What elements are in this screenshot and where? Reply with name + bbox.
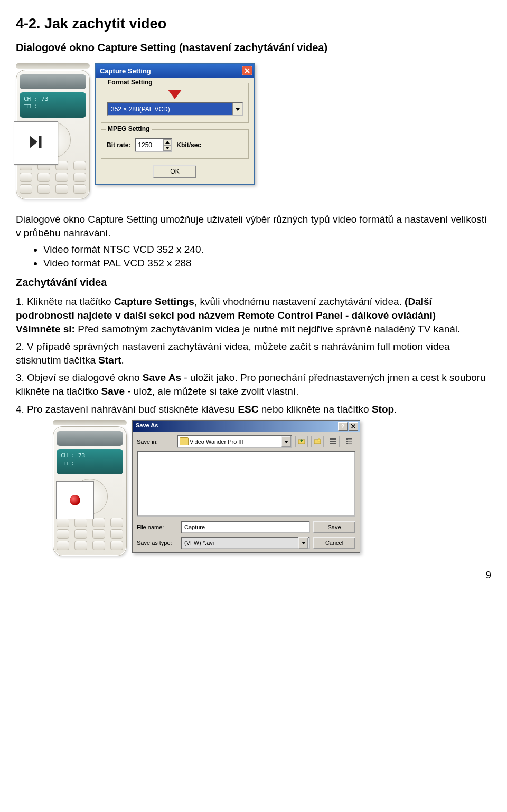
savein-select[interactable]: Video Wander Pro III [177,435,292,448]
details-icon [346,438,352,445]
remote-button[interactable] [92,518,105,527]
format-setting-group: Format Setting 352 × 288(PAL VCD) [101,83,249,123]
type-label: Save as type: [137,540,178,546]
chevron-down-icon [302,542,306,544]
remote-button[interactable] [55,173,68,182]
svg-rect-4 [330,441,336,442]
help-button[interactable]: ? [338,422,348,431]
file-list[interactable] [137,451,355,517]
svg-rect-11 [348,443,352,444]
figure-row-1: CH : 73 □□ : [16,63,491,199]
chevron-up-icon [165,141,170,144]
detail-view-button[interactable] [343,436,355,447]
step-1: 1. Klikněte na tlačítko Capture Settings… [16,295,491,336]
close-icon [351,423,355,429]
group-legend: MPEG Setting [106,125,152,132]
remote-button[interactable] [73,173,86,182]
new-folder-button[interactable] [311,436,324,447]
svg-rect-9 [348,441,352,442]
format-select[interactable]: 352 × 288(PAL VCD) [107,102,243,116]
figure-row-2: CH : 73 □□ : [53,420,491,556]
dropdown-button[interactable] [232,103,242,115]
dropdown-button[interactable] [298,537,308,549]
callout-record-icon [56,481,94,519]
bitrate-label: Bit rate: [107,141,130,149]
help-icon: ? [341,424,344,429]
remote-button[interactable] [37,184,50,194]
filename-field[interactable]: Capture [181,521,310,533]
list-item: Video formát PAL VCD 352 x 288 [43,257,491,269]
remote-button[interactable] [37,173,50,182]
type-select[interactable]: (VFW) *.avi [181,537,310,549]
remote-button[interactable] [73,161,86,170]
remote-button[interactable] [110,529,123,539]
close-button[interactable] [242,66,252,75]
remote-lcd: CH : 73 □□ : [20,92,86,118]
up-folder-button[interactable] [295,436,308,447]
filename-label: File name: [137,524,178,530]
step-2: 2. V případě správných nastavení zachytá… [16,340,491,367]
svg-rect-8 [346,441,348,442]
remote-control-panel: CH : 73 □□ : [16,63,90,199]
svg-rect-10 [346,443,348,444]
remote-button[interactable] [110,518,123,527]
bitrate-stepper[interactable] [135,138,172,152]
spin-up-button[interactable] [163,139,171,145]
bitrate-input[interactable] [136,139,163,151]
skip-next-icon [26,132,45,154]
cancel-button[interactable]: Cancel [313,537,355,549]
bitrate-unit: Kbit/sec [176,141,201,149]
remote-brand [20,74,86,89]
remote-button[interactable] [74,541,87,550]
remote-button[interactable] [74,529,87,539]
close-button[interactable] [349,422,358,431]
savein-label: Save in: [137,438,174,445]
list-view-button[interactable] [327,436,340,447]
dialog-titlebar: Save As ? [133,421,360,432]
chevron-down-icon [165,147,170,149]
save-button[interactable]: Save [313,521,355,533]
remote-button[interactable] [57,529,69,539]
remote-button[interactable] [20,173,32,182]
svg-rect-0 [39,136,42,148]
savein-value: Video Wander Pro III [190,438,243,445]
remote-button[interactable] [20,184,32,194]
body-text: Dialogové okno Capture Setting umožňuje … [16,213,491,416]
callout-skip-icon [14,121,58,165]
spin-down-button[interactable] [163,145,171,151]
remote-button[interactable] [92,529,105,539]
svg-rect-7 [348,438,352,440]
close-icon [245,67,250,75]
subheading: Zachytávání videa [16,276,491,289]
chevron-down-icon [284,441,288,443]
lead-paragraph: Dialogové okno Capture Setting (nastaven… [16,42,491,54]
save-as-dialog: Save As ? Save in: Video Wander Pro III [132,420,360,553]
record-icon [70,495,80,505]
folder-icon [180,437,189,445]
folder-up-icon [298,438,305,445]
remote-button[interactable] [110,541,123,550]
ok-button[interactable]: OK [153,165,196,178]
capture-setting-dialog: Capture Setting Format Setting 352 × 288… [95,63,255,185]
dropdown-button[interactable] [281,436,291,447]
svg-rect-3 [330,438,336,440]
format-bullets: Video formát NTSC VCD 352 x 240. Video f… [16,244,491,269]
remote-button[interactable] [73,184,86,194]
format-value: 352 × 288(PAL VCD) [108,103,232,115]
mpeg-setting-group: MPEG Setting Bit rate: Kbit/sec [101,129,249,159]
page-number: 9 [16,569,491,581]
remote-lcd: CH : 73 □□ : [57,449,123,474]
step-3: 3. Objeví se dialogové okno Save As - ul… [16,371,491,398]
remote-button[interactable] [92,541,105,550]
svg-rect-6 [346,438,348,440]
remote-button[interactable] [57,541,69,550]
dialog-titlebar: Capture Setting [96,64,254,78]
new-folder-icon [314,438,321,445]
dialog-title: Capture Setting [100,67,151,75]
list-item: Video formát NTSC VCD 352 x 240. [43,244,491,255]
remote-button[interactable] [55,184,68,194]
remote-brand [57,431,123,446]
intro-paragraph: Dialogové okno Capture Setting umožňuje … [16,213,491,240]
group-legend: Format Setting [106,79,155,86]
list-icon [330,438,336,445]
